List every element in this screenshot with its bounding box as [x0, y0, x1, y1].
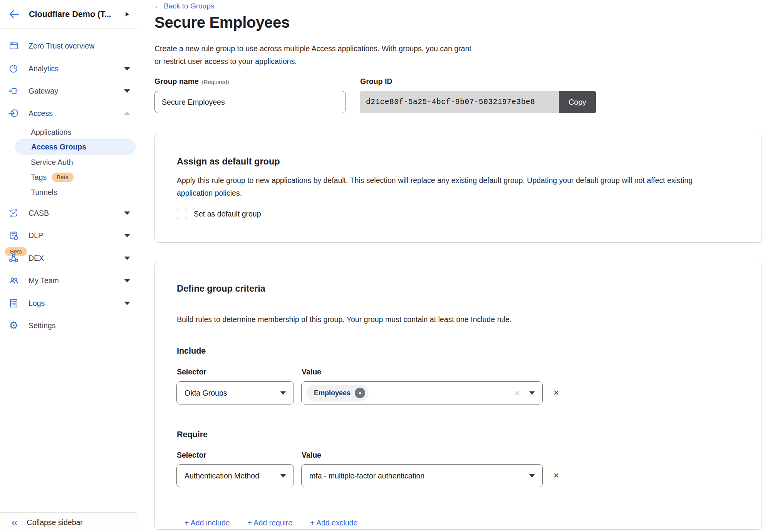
- clear-values-icon[interactable]: ✕: [514, 389, 520, 398]
- assign-default-group-card: Assign as default group Apply this rule …: [154, 133, 762, 243]
- sidebar-item-label: Zero Trust overview: [29, 42, 94, 50]
- back-to-groups-link[interactable]: ← Back to Groups: [154, 2, 214, 10]
- add-exclude-link[interactable]: + Add exclude: [310, 519, 357, 527]
- chevron-down-icon: [124, 211, 130, 215]
- sidebar-item-settings[interactable]: ⚙ Settings: [0, 314, 137, 337]
- beta-badge: Beta: [52, 173, 74, 182]
- set-default-group-checkbox[interactable]: [177, 209, 187, 219]
- rule-actions: + Add include + Add require + Add exclud…: [185, 519, 357, 527]
- card-title: Assign as default group: [177, 156, 280, 167]
- sidebar-item-dex[interactable]: DEX Beta: [0, 247, 137, 269]
- include-selector-dropdown[interactable]: Okta Groups: [176, 381, 294, 404]
- chevron-up-icon: [124, 111, 130, 115]
- require-value-label: Value: [302, 451, 321, 460]
- back-arrow-icon[interactable]: [8, 9, 20, 19]
- chip-remove-icon[interactable]: ✕: [355, 388, 365, 398]
- include-heading: Include: [177, 346, 206, 356]
- include-value-label: Value: [302, 368, 321, 376]
- sidebar-item-label: My Team: [29, 276, 59, 285]
- card-description: Apply this rule group to new application…: [177, 174, 693, 200]
- checkbox-label: Set as default group: [194, 210, 261, 218]
- group-name-label: Group name(Required): [154, 77, 229, 86]
- page-description: Create a new rule group to use across mu…: [154, 42, 471, 68]
- remove-include-rule-button[interactable]: ✕: [552, 388, 561, 397]
- collapse-sidebar-button[interactable]: « Collapse sidebar: [0, 512, 137, 532]
- caret-right-icon[interactable]: [126, 12, 129, 17]
- require-value-dropdown[interactable]: mfa - multiple-factor authentication: [301, 464, 543, 487]
- card-title: Define group criteria: [177, 284, 265, 294]
- casb-icon: [8, 208, 19, 218]
- login-icon: [8, 108, 19, 119]
- chevron-down-icon: [124, 89, 130, 93]
- sidebar-item-label: DLP: [29, 231, 43, 240]
- require-heading: Require: [177, 430, 208, 440]
- group-id-value: d21ce80f-5a25-4bcf-9b07-5032197e3be8: [360, 91, 559, 113]
- gear-icon: ⚙: [8, 321, 19, 331]
- sidebar-item-label: Analytics: [29, 64, 59, 73]
- pie-chart-icon: [8, 64, 19, 74]
- copy-button[interactable]: Copy: [559, 91, 596, 113]
- chevron-down-icon: [124, 257, 130, 260]
- chevron-down-icon: [280, 474, 286, 478]
- gateway-icon: [8, 86, 19, 96]
- double-chevron-left-icon: «: [12, 517, 18, 528]
- sidebar-item-label: Settings: [29, 321, 55, 330]
- sidebar-item-tags[interactable]: Tags Beta: [15, 170, 136, 185]
- sidebar-item-service-auth[interactable]: Service Auth: [15, 154, 136, 170]
- sidebar-divider: [0, 340, 137, 340]
- chevron-down-icon: [280, 391, 286, 395]
- sidebar-item-access[interactable]: Access: [0, 102, 137, 124]
- card-description: Build rules to determine membership of t…: [177, 313, 512, 326]
- people-icon: [8, 275, 19, 286]
- sidebar-item-applications[interactable]: Applications: [15, 124, 136, 140]
- document-lock-icon: [8, 230, 19, 241]
- add-require-link[interactable]: + Add require: [248, 519, 293, 527]
- sidebar-item-label: Access: [29, 109, 53, 118]
- include-selector-label: Selector: [177, 368, 206, 376]
- chevron-down-icon: [124, 279, 130, 282]
- sidebar-item-logs[interactable]: Logs: [0, 292, 137, 314]
- sidebar-item-label: Gateway: [29, 87, 58, 96]
- chevron-down-icon: [124, 67, 130, 70]
- value-chip: Employees ✕: [307, 385, 369, 401]
- chevron-down-icon: [529, 391, 535, 395]
- required-hint: (Required): [202, 79, 229, 85]
- sidebar-item-access-groups[interactable]: Access Groups: [15, 139, 136, 154]
- group-name-input[interactable]: [154, 91, 346, 113]
- require-selector-label: Selector: [177, 451, 206, 460]
- set-default-group-row: Set as default group: [177, 209, 261, 219]
- zero-trust-dashboard: Cloudflare Demo (T... Zero Trust overvie…: [0, 0, 770, 532]
- sidebar: Cloudflare Demo (T... Zero Trust overvie…: [0, 0, 137, 532]
- chevron-down-icon: [124, 234, 130, 237]
- main-content: ← Back to Groups Secure Employees Create…: [137, 0, 770, 532]
- sidebar-item-tunnels[interactable]: Tunnels: [15, 185, 136, 200]
- sidebar-item-zero-trust-overview[interactable]: Zero Trust overview: [0, 35, 137, 57]
- remove-require-rule-button[interactable]: ✕: [552, 471, 561, 480]
- sidebar-item-dlp[interactable]: DLP: [0, 224, 137, 247]
- account-name: Cloudflare Demo (T...: [29, 10, 111, 19]
- include-value-multiselect[interactable]: Employees ✕ ✕: [301, 381, 543, 404]
- require-selector-dropdown[interactable]: Authentication Method: [176, 464, 294, 487]
- group-id-field: d21ce80f-5a25-4bcf-9b07-5032197e3be8 Cop…: [360, 91, 596, 113]
- chevron-down-icon: [529, 474, 535, 478]
- sidebar-item-gateway[interactable]: Gateway: [0, 80, 137, 102]
- network-nodes-icon: [8, 253, 19, 263]
- chevron-down-icon: [124, 302, 130, 305]
- sidebar-item-label: DEX: [29, 254, 44, 263]
- define-group-criteria-card: Define group criteria Build rules to det…: [154, 261, 762, 530]
- sidebar-item-my-team[interactable]: My Team: [0, 269, 137, 292]
- sidebar-item-analytics[interactable]: Analytics: [0, 57, 137, 80]
- window-icon: [8, 41, 19, 51]
- group-id-label: Group ID: [360, 77, 392, 86]
- sidebar-item-label: Logs: [29, 299, 45, 308]
- sidebar-item-label: CASB: [29, 209, 49, 218]
- sidebar-item-casb[interactable]: CASB: [0, 202, 137, 224]
- account-switcher[interactable]: Cloudflare Demo (T...: [0, 0, 137, 29]
- page-title: Secure Employees: [154, 14, 290, 31]
- list-document-icon: [8, 298, 19, 309]
- add-include-link[interactable]: + Add include: [185, 519, 230, 527]
